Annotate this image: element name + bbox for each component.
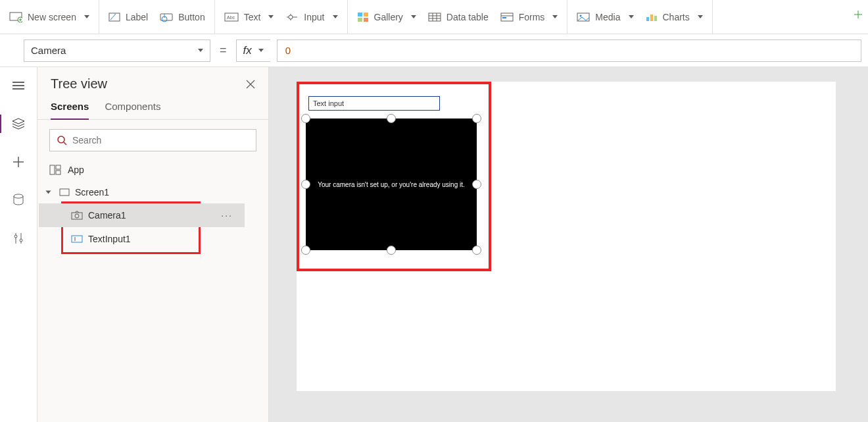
forms-icon: [500, 13, 514, 22]
textinput-icon: [71, 235, 83, 243]
tree-node-label: TextInput1: [88, 234, 131, 244]
svg-rect-49: [50, 165, 55, 174]
svg-point-40: [14, 194, 23, 198]
svg-rect-19: [429, 13, 441, 21]
canvas-area: Text input Your camera isn't set up, or …: [269, 67, 868, 422]
media-icon: [577, 13, 590, 22]
equals-sign: =: [217, 43, 229, 57]
resize-handle[interactable]: [387, 246, 396, 255]
hamburger-icon: [12, 81, 24, 90]
expander-icon[interactable]: [46, 191, 51, 194]
svg-rect-30: [650, 14, 653, 21]
text-button[interactable]: Abc Text: [224, 12, 274, 22]
hamburger-button[interactable]: [5, 75, 32, 96]
design-canvas[interactable]: Text input Your camera isn't set up, or …: [297, 82, 836, 391]
tree-app-node[interactable]: App: [37, 158, 268, 182]
button-button[interactable]: Button: [160, 12, 205, 22]
tree-node-screen1[interactable]: Screen1: [37, 182, 268, 203]
tree-app-label: App: [68, 165, 84, 175]
tree-search[interactable]: [49, 129, 256, 151]
formula-value: 0: [285, 45, 291, 56]
chevron-down-icon: [698, 15, 703, 18]
ribbon: New screen Label Button Abc Text Input G…: [0, 0, 868, 34]
svg-rect-55: [72, 236, 82, 242]
camera-message: Your camera isn't set up, or you're alre…: [318, 181, 465, 188]
annotation-box-tree: Camera1 ··· TextInput1: [61, 201, 201, 254]
svg-rect-16: [364, 13, 368, 16]
charts-button[interactable]: Charts: [646, 12, 703, 22]
svg-rect-51: [56, 171, 60, 174]
svg-rect-50: [56, 165, 60, 169]
svg-rect-31: [654, 16, 657, 21]
input-label: Input: [304, 12, 324, 22]
layers-icon: [12, 118, 25, 130]
tree-node-label: Camera1: [88, 210, 126, 221]
main: Tree view Screens Components App Screen1…: [0, 67, 868, 422]
resize-handle[interactable]: [301, 180, 310, 189]
tree-node-textinput1[interactable]: TextInput1: [63, 227, 199, 251]
data-rail-button[interactable]: [5, 190, 32, 211]
chevron-down-icon: [84, 15, 89, 18]
tree-view-panel: Tree view Screens Components App Screen1…: [37, 67, 269, 422]
svg-point-44: [20, 239, 22, 242]
data-table-label: Data table: [446, 12, 489, 22]
svg-marker-37: [12, 119, 24, 124]
resize-handle[interactable]: [301, 246, 310, 255]
formula-bar: Camera = fx 0: [0, 34, 868, 67]
formula-input[interactable]: 0: [277, 40, 861, 62]
resize-handle[interactable]: [301, 114, 310, 123]
add-icon[interactable]: [854, 9, 863, 22]
text-input-placeholder: Text input: [313, 99, 344, 107]
search-icon: [57, 135, 67, 145]
svg-point-42: [14, 235, 17, 238]
resize-handle[interactable]: [472, 180, 481, 189]
svg-point-47: [58, 136, 64, 143]
tools-rail-button[interactable]: [5, 228, 32, 249]
more-button[interactable]: ···: [221, 210, 233, 221]
text-input-control[interactable]: Text input: [308, 96, 440, 111]
gallery-button[interactable]: Gallery: [357, 12, 416, 22]
chevron-down-icon: [268, 15, 274, 18]
insert-rail-button[interactable]: [5, 151, 32, 172]
chevron-down-icon: [411, 15, 416, 18]
chevron-down-icon: [552, 15, 558, 18]
resize-handle[interactable]: [387, 114, 396, 123]
input-button[interactable]: Input: [285, 12, 337, 22]
tree-view-title: Tree view: [51, 76, 107, 92]
svg-line-48: [64, 142, 66, 145]
label-label: Label: [126, 12, 148, 22]
svg-rect-29: [646, 17, 649, 21]
tree-view-rail-button[interactable]: [5, 113, 32, 134]
new-screen-button[interactable]: New screen: [9, 12, 89, 22]
search-input[interactable]: [72, 135, 249, 145]
media-label: Media: [595, 12, 620, 22]
charts-label: Charts: [663, 12, 690, 22]
svg-line-5: [110, 14, 116, 20]
resize-handle[interactable]: [472, 114, 481, 123]
button-icon: [160, 12, 173, 22]
siderail: [0, 67, 37, 422]
media-button[interactable]: Media: [577, 12, 633, 22]
forms-button[interactable]: Forms: [500, 12, 558, 22]
svg-point-12: [289, 15, 293, 19]
data-table-icon: [428, 13, 441, 22]
property-name: Camera: [31, 45, 66, 56]
label-button[interactable]: Label: [108, 12, 148, 22]
screen-icon: [9, 12, 22, 22]
resize-handle[interactable]: [472, 246, 481, 255]
fx-label: fx: [243, 44, 252, 57]
tab-screens[interactable]: Screens: [51, 95, 89, 120]
tree-node-camera1[interactable]: Camera1 ···: [39, 203, 245, 227]
svg-rect-18: [364, 18, 368, 22]
text-label: Text: [244, 12, 261, 22]
data-table-button[interactable]: Data table: [428, 12, 489, 22]
new-screen-label: New screen: [28, 12, 76, 22]
svg-text:Abc: Abc: [227, 15, 235, 20]
close-icon[interactable]: [246, 80, 255, 89]
camera-control[interactable]: Your camera isn't set up, or you're alre…: [306, 119, 477, 250]
tab-components[interactable]: Components: [105, 95, 160, 119]
svg-rect-15: [358, 13, 362, 16]
svg-rect-17: [358, 18, 362, 22]
fx-button[interactable]: fx: [236, 40, 270, 62]
property-selector[interactable]: Camera: [24, 40, 210, 62]
